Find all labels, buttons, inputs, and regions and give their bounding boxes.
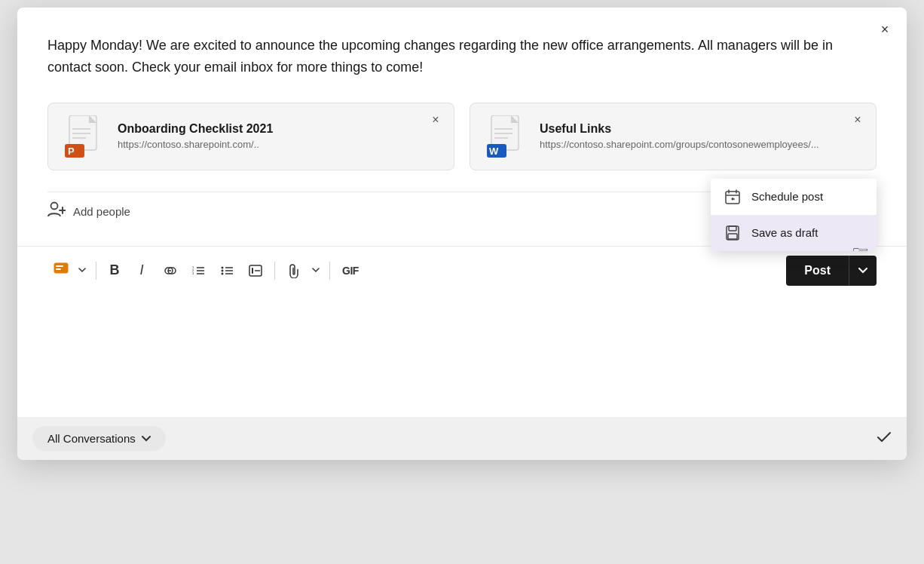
- attachment-card-ppt: × P: [47, 103, 454, 170]
- attachments-row: × P: [47, 103, 877, 170]
- modal-overlay: × Happy Monday! We are excited to announ…: [0, 0, 924, 564]
- svg-point-29: [222, 272, 224, 274]
- attachment-url-ppt: https://contoso.sharepoint.com/..: [118, 139, 439, 150]
- gif-button[interactable]: GIF: [336, 259, 365, 283]
- unordered-list-icon: [220, 265, 234, 277]
- ordered-list-button[interactable]: 1 2 3: [185, 259, 211, 283]
- link-button[interactable]: [157, 259, 182, 283]
- attachment-card-word: × W Useful L: [470, 103, 877, 170]
- all-conversations-button[interactable]: All Conversations: [32, 426, 166, 451]
- link-icon: [163, 267, 176, 274]
- word-file-icon: W: [487, 115, 526, 158]
- bottom-bar: All Conversations: [17, 417, 907, 460]
- save-draft-icon: [724, 225, 741, 241]
- post-button-group: Post: [786, 256, 877, 286]
- indent-icon: [249, 265, 262, 277]
- toolbar-sep-3: [329, 262, 330, 280]
- ppt-file-icon: P: [65, 115, 104, 158]
- italic-button[interactable]: I: [130, 259, 154, 283]
- add-people-label[interactable]: Add people: [73, 205, 130, 218]
- attachment-icon-ppt: P: [63, 115, 106, 158]
- bold-button[interactable]: B: [102, 259, 127, 283]
- svg-text:W: W: [489, 146, 499, 157]
- schedule-post-item[interactable]: Schedule post: [711, 179, 877, 215]
- svg-point-12: [51, 202, 58, 209]
- svg-rect-42: [728, 234, 737, 239]
- message-type-chevron[interactable]: [75, 259, 90, 283]
- attach-chevron[interactable]: [308, 259, 323, 283]
- attach-icon: [287, 263, 299, 278]
- message-type-button[interactable]: [47, 259, 75, 283]
- add-people-icon: [47, 201, 66, 222]
- post-button[interactable]: Post: [786, 256, 849, 286]
- modal-close-button[interactable]: ×: [874, 18, 896, 41]
- post-dropdown-wrapper: Schedule post Save as draft: [849, 256, 877, 286]
- attachment-name-word: Useful Links: [540, 122, 861, 136]
- attachment-close-word[interactable]: ×: [849, 111, 867, 129]
- toolbar-sep-2: [274, 262, 275, 280]
- all-conversations-label: All Conversations: [47, 432, 136, 445]
- attach-button[interactable]: [281, 259, 305, 283]
- attachment-url-word: https://contoso.sharepoint.com/groups/co…: [540, 139, 861, 150]
- svg-rect-41: [729, 226, 736, 231]
- people-add-icon: [47, 201, 66, 218]
- save-draft-item[interactable]: Save as draft ☞: [711, 215, 877, 251]
- unordered-list-button[interactable]: [214, 259, 240, 283]
- post-dropdown-button[interactable]: [849, 256, 877, 286]
- cursor-hand: ☞: [852, 241, 869, 251]
- attachment-info-word: Useful Links https://contoso.sharepoint.…: [540, 122, 861, 150]
- attachment-close-ppt[interactable]: ×: [427, 111, 445, 129]
- svg-text:P: P: [68, 146, 75, 157]
- modal: × Happy Monday! We are excited to announ…: [17, 8, 907, 460]
- message-icon: [54, 262, 69, 279]
- attachment-name-ppt: Onboarding Checklist 2021: [118, 122, 439, 136]
- schedule-icon: [724, 189, 741, 204]
- svg-rect-17: [56, 268, 61, 270]
- svg-point-27: [222, 266, 224, 268]
- toolbar: B I 1 2 3: [17, 246, 907, 295]
- bottom-checkmark: [877, 430, 892, 447]
- toolbar-message-group: [47, 259, 90, 283]
- svg-rect-16: [56, 265, 63, 267]
- save-draft-label: Save as draft: [751, 226, 818, 239]
- message-text: Happy Monday! We are excited to announce…: [47, 35, 839, 78]
- attachment-info-ppt: Onboarding Checklist 2021 https://contos…: [118, 122, 439, 150]
- svg-rect-15: [54, 263, 68, 273]
- gif-label: GIF: [342, 265, 359, 277]
- attachment-icon-word: W: [485, 115, 528, 158]
- post-dropdown-menu: Schedule post Save as draft: [711, 179, 877, 251]
- svg-point-28: [222, 269, 224, 271]
- ordered-list-icon: 1 2 3: [191, 265, 205, 277]
- svg-text:3: 3: [192, 271, 194, 275]
- indent-button[interactable]: [243, 259, 268, 283]
- post-dropdown-chevron-icon: [858, 268, 867, 274]
- all-conversations-chevron-icon: [142, 436, 151, 442]
- toolbar-sep-1: [96, 262, 96, 280]
- schedule-post-label: Schedule post: [751, 190, 823, 203]
